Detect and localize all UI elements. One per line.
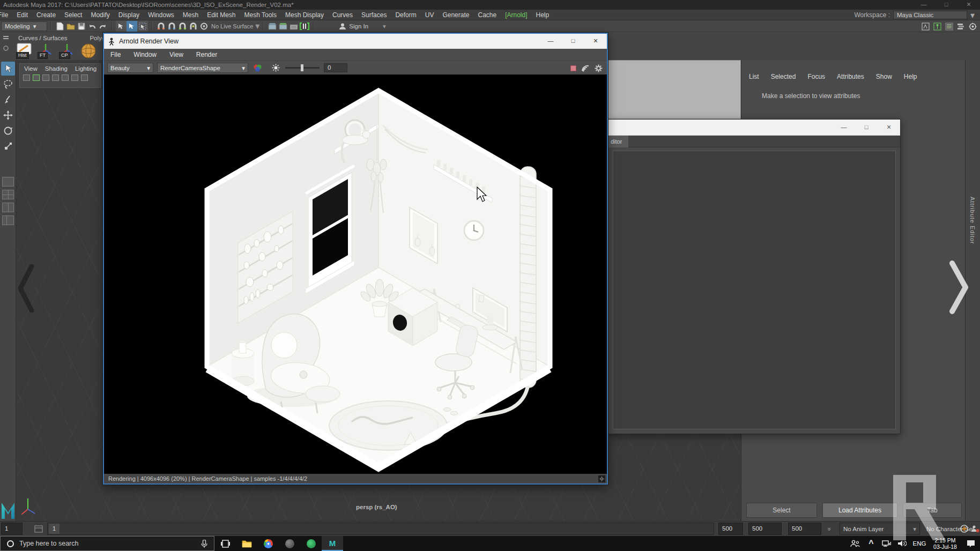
task-view-icon[interactable] [214,536,236,551]
current-frame-marker[interactable]: 1 [49,524,60,534]
current-frame-field[interactable]: 1 [1,523,23,535]
render-view-icon[interactable] [299,21,310,32]
menu-cache[interactable]: Cache [473,10,501,20]
shelf-item-history[interactable]: Hist [16,43,33,59]
workspace-dropdown[interactable]: Maya Classic [893,11,967,19]
editor-tab[interactable]: ditor [608,136,628,147]
shelf-item-center-pivot[interactable]: CP [59,43,76,59]
shelf-menu-icon[interactable] [2,34,14,58]
divider[interactable] [313,22,314,31]
menu-create[interactable]: Create [32,10,60,20]
redo-icon[interactable] [98,21,108,32]
file-explorer-icon[interactable] [236,536,257,551]
ae-menu-attributes[interactable]: Attributes [837,73,864,80]
two-d-pan-icon[interactable] [71,75,78,81]
render-frame-icon[interactable] [267,21,278,32]
show-hidden-icons-caret[interactable] [864,536,878,551]
arnold-titlebar[interactable]: Arnold Render View [104,34,607,49]
menu-help[interactable]: Help [532,10,554,20]
range-start-field[interactable]: 500 [748,523,782,535]
close-icon[interactable] [880,120,898,136]
live-render-icon[interactable] [581,64,590,72]
editor-content-area[interactable] [613,151,896,429]
ipr-render-icon[interactable] [278,21,288,32]
language-indicator[interactable]: ENG [910,540,929,547]
ae-menu-list[interactable]: List [749,73,759,80]
layout-single-pane-button[interactable] [2,177,14,187]
camera-dropdown[interactable]: RenderCameraShape [157,63,248,73]
exposure-slider[interactable] [285,67,320,69]
render-image-area[interactable] [104,75,607,474]
panel-menu-shading[interactable]: Shading [45,65,68,72]
menu-select[interactable]: Select [60,10,86,20]
ae-menu-focus[interactable]: Focus [807,73,825,80]
character-controls-icon[interactable] [932,21,942,32]
panel-menu-lighting[interactable]: Lighting [75,65,96,72]
range-end-field[interactable]: 500 [788,523,821,535]
shelf-tab-curves-surfaces[interactable]: Curves / Surfaces [18,33,67,43]
maya-taskbar-icon[interactable]: M [322,536,343,551]
camera-icon[interactable] [23,75,30,81]
select-component-icon[interactable] [137,21,148,32]
snap-to-curve-icon[interactable] [166,21,177,32]
stop-render-icon[interactable] [570,65,576,71]
double-chevron-icon[interactable]: » [826,527,833,531]
slider-handle[interactable] [301,64,303,71]
animation-preferences-icon[interactable] [969,523,980,534]
attribute-editor-icon[interactable] [967,21,978,32]
ae-menu-help[interactable]: Help [904,73,917,80]
menu-surfaces[interactable]: Surfaces [357,10,391,20]
menu-deform[interactable]: Deform [391,10,420,20]
menu-modify[interactable]: Modify [86,10,114,20]
sign-in-control[interactable]: Sign In [339,23,386,30]
layout-two-pane-button[interactable] [2,203,14,212]
maximize-icon[interactable] [857,120,875,136]
menu-display[interactable]: Display [114,10,144,20]
close-icon[interactable] [960,0,978,10]
layer-editor-icon[interactable] [955,21,966,32]
rgb-channels-icon[interactable] [252,63,263,73]
time-slider[interactable]: 1 [47,523,714,535]
chevron-down-icon[interactable] [383,23,386,30]
minimize-icon[interactable] [915,0,933,10]
undo-icon[interactable] [87,21,98,32]
arnold-menu-render[interactable]: Render [190,51,224,58]
divider[interactable] [50,22,51,31]
snap-to-projected-center-icon[interactable] [188,21,198,32]
ae-menu-show[interactable]: Show [876,73,892,80]
shelf-item-sphere[interactable] [80,43,98,59]
make-live-icon[interactable] [198,21,209,32]
ae-menu-selected[interactable]: Selected [771,73,796,80]
grease-pencil-icon[interactable] [81,75,88,81]
taskbar-search[interactable]: Type here to search [0,536,214,551]
menuset-dropdown[interactable]: Modeling [1,21,47,31]
menu-mesh[interactable]: Mesh [179,10,203,20]
attribute-editor-side-tab[interactable]: Attribute Editor [969,197,976,244]
close-icon[interactable] [586,34,605,49]
cortana-icon[interactable] [7,540,14,547]
maximize-icon[interactable] [937,0,955,10]
minimize-icon[interactable] [541,34,560,49]
playback-options-icon[interactable] [33,524,44,534]
menu-uv[interactable]: UV [421,10,439,20]
image-plane-icon[interactable] [62,75,69,81]
snap-to-grid-icon[interactable] [155,21,166,32]
menu-windows[interactable]: Windows [144,10,179,20]
chrome-icon[interactable] [257,536,279,551]
microphone-icon[interactable] [201,540,207,548]
exposure-value-field[interactable]: 0 [324,63,347,72]
menu-generate[interactable]: Generate [438,10,473,20]
gear-icon[interactable] [595,64,603,72]
panel-menu-view[interactable]: View [24,65,38,72]
render-settings-icon[interactable] [288,21,299,32]
people-icon[interactable] [846,536,864,551]
chevron-down-icon[interactable] [255,21,259,31]
chevron-down-icon[interactable] [970,10,975,20]
menu-curves[interactable]: Curves [328,10,357,20]
aov-dropdown[interactable]: Beauty [107,63,153,73]
save-scene-icon[interactable] [76,21,87,32]
layout-four-pane-button[interactable] [2,190,14,199]
arnold-menu-file[interactable]: File [104,51,127,58]
arnold-menu-window[interactable]: Window [127,51,163,58]
film-gate-icon[interactable] [33,75,40,81]
